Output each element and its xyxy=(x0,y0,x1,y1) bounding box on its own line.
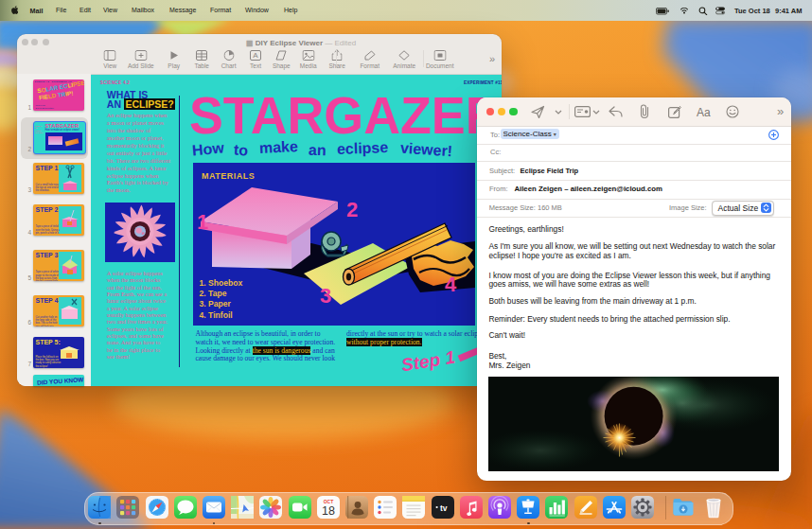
svg-text:4: 4 xyxy=(445,273,457,296)
svg-text:4. Tinfoil: 4. Tinfoil xyxy=(200,310,233,320)
svg-text:2: 2 xyxy=(346,198,358,221)
svg-text:3. Paper: 3. Paper xyxy=(200,300,232,309)
svg-text:MATERIALS: MATERIALS xyxy=(202,171,255,181)
svg-text:1: 1 xyxy=(197,210,208,234)
svg-text:2. Tape: 2. Tape xyxy=(200,289,227,298)
svg-text:tv: tv xyxy=(440,503,448,513)
svg-text:A: A xyxy=(253,51,258,60)
svg-text:18: 18 xyxy=(322,504,335,518)
svg-text:1. Shoebox: 1. Shoebox xyxy=(200,278,243,288)
svg-text:3: 3 xyxy=(320,284,331,308)
